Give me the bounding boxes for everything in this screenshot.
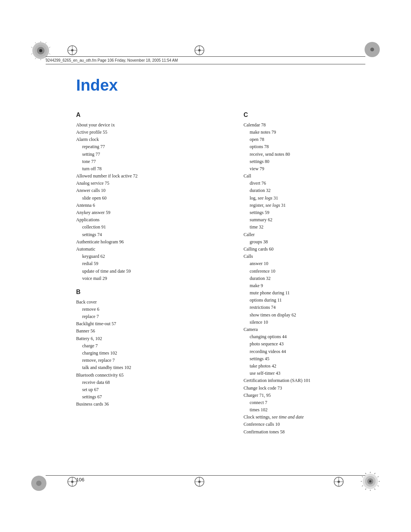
entry-caller: Caller <box>244 231 388 238</box>
svg-line-11 <box>31 53 32 54</box>
entry-remove-replace: remove, replace 7 <box>76 357 221 364</box>
crosshair-bottom-center <box>194 476 205 487</box>
entry-summary: summary 62 <box>244 216 388 224</box>
entry-alarm-clock: Alarm clock <box>76 136 221 143</box>
entry-camera: Camera <box>244 326 388 333</box>
entry-calls: Calls <box>244 253 388 260</box>
entry-authenticate: Authenticate hologram 96 <box>76 238 221 246</box>
section-letter-a: A <box>76 110 221 120</box>
crosshair-bottom-right <box>333 476 344 487</box>
entry-silence: silence 10 <box>244 319 388 326</box>
crosshair-top-center <box>194 45 205 56</box>
crosshair-top-left <box>67 45 78 56</box>
entry-update-time: update of time and date 59 <box>76 268 221 275</box>
entry-receive-send: receive, send notes 80 <box>244 151 388 158</box>
entry-anykey-answer: Anykey answer 59 <box>76 209 221 216</box>
entry-settings-cal: settings 80 <box>244 158 388 165</box>
svg-line-5 <box>45 42 46 43</box>
entry-change-lock: Change lock code 73 <box>244 385 388 392</box>
entry-answer-calls: Answer calls 10 <box>76 187 221 194</box>
page-container: 9244299_6265_en_au_oth.fm Page 106 Frida… <box>0 0 411 532</box>
entry-recording-videos: recording videos 44 <box>244 348 388 355</box>
reg-mark-bottom-left <box>31 476 46 491</box>
entry-voice-mail: voice mail 29 <box>76 275 221 282</box>
section-a: A About your device ix Active profile 55… <box>76 110 221 282</box>
svg-line-13 <box>35 42 36 43</box>
entry-redial: redial 59 <box>76 260 221 267</box>
entry-setting: setting 77 <box>76 151 221 158</box>
svg-line-12 <box>31 47 32 48</box>
content-area: Index A About your device ix Active prof… <box>76 76 388 463</box>
entry-allowed-number: Allowed number if lock active 72 <box>76 173 221 180</box>
entry-replace: replace 7 <box>76 313 221 320</box>
entry-settings-cam: settings 45 <box>244 355 388 363</box>
entry-charger: Charger 71, 95 <box>244 392 388 399</box>
entry-settings-app: settings 74 <box>76 231 221 238</box>
entry-make-notes: make notes 79 <box>244 129 388 136</box>
entry-view: view 79 <box>244 165 388 173</box>
svg-line-48 <box>362 476 363 477</box>
section-b: B Back cover remove 6 replace 7 Backligh… <box>76 288 221 408</box>
entry-active-profile: Active profile 55 <box>76 129 221 136</box>
section-letter-b: B <box>76 288 221 297</box>
entry-tone: tone 77 <box>76 158 221 165</box>
starburst-bottom-right <box>361 472 380 491</box>
svg-line-42 <box>378 486 379 486</box>
header-bar: 9244299_6265_en_au_oth.fm Page 106 Frida… <box>46 56 365 64</box>
entry-confirmation-tones: Confirmation tones 58 <box>244 428 388 436</box>
entry-changing-options: changing options 44 <box>244 333 388 340</box>
entry-slide-open: slide open 60 <box>76 195 221 202</box>
columns: A About your device ix Active profile 55… <box>76 106 388 436</box>
entry-settings-call: settings 59 <box>244 209 388 216</box>
entry-keyguard: keyguard 62 <box>76 253 221 260</box>
svg-line-49 <box>365 473 366 474</box>
entry-turn-off: turn off 78 <box>76 165 221 173</box>
entry-bluetooth: Bluetooth connectivity 65 <box>76 372 221 379</box>
svg-point-3 <box>39 49 42 52</box>
entry-settings-bt: settings 67 <box>76 393 221 401</box>
crosshair-bottom-left <box>67 476 78 487</box>
bottom-bar <box>46 475 365 476</box>
entry-restrictions: restrictions 74 <box>244 304 388 311</box>
entry-calendar: Calendar 78 <box>244 121 388 129</box>
entry-calling-cards: Calling cards 60 <box>244 246 388 253</box>
entry-photo-sequence: photo sequence 43 <box>244 340 388 348</box>
entry-set-up: set up 67 <box>76 386 221 393</box>
reg-mark-top-right <box>365 42 380 57</box>
entry-connect: connect 7 <box>244 399 388 406</box>
entry-automatic: Automatic <box>76 246 221 253</box>
entry-open: open 78 <box>244 136 388 143</box>
entry-analog-service: Analog service 75 <box>76 180 221 187</box>
entry-register: register, see logs 31 <box>244 202 388 209</box>
section-letter-c: C <box>244 110 388 120</box>
svg-line-7 <box>49 53 50 54</box>
entry-battery: Battery 6, 102 <box>76 335 221 342</box>
header-file-info: 9244299_6265_en_au_oth.fm Page 106 Frida… <box>46 58 178 62</box>
svg-line-10 <box>35 58 36 59</box>
svg-line-45 <box>365 489 366 490</box>
left-column: A About your device ix Active profile 55… <box>76 106 221 408</box>
entry-collection: collection 91 <box>76 224 221 231</box>
entry-answer-calls: answer 10 <box>244 260 388 267</box>
entry-conference-calls2: Conference calls 10 <box>244 421 388 428</box>
right-column: C Calendar 78 make notes 79 open 78 opti… <box>244 106 388 436</box>
entry-antenna: Antenna 6 <box>76 202 221 209</box>
entry-duration-call: duration 32 <box>244 187 388 194</box>
entry-back-cover: Back cover <box>76 299 221 306</box>
entry-certification: Certification information (SAR) 101 <box>244 377 388 384</box>
section-c: C Calendar 78 make notes 79 open 78 opti… <box>244 110 388 436</box>
entry-receive-data: receive data 68 <box>76 379 221 386</box>
entry-options-cal: options 78 <box>244 143 388 150</box>
svg-line-39 <box>374 473 375 474</box>
entry-applications: Applications <box>76 216 221 224</box>
entry-duration-calls: duration 32 <box>244 275 388 282</box>
entry-business-cards: Business cards 36 <box>76 401 221 408</box>
entry-remove: remove 6 <box>76 306 221 313</box>
entry-banner: Banner 56 <box>76 328 221 335</box>
entry-conference-calls: conference 10 <box>244 268 388 275</box>
entry-divert: divert 76 <box>244 180 388 187</box>
entry-charging-times: charging times 102 <box>76 350 221 357</box>
entry-take-photos: take photos 42 <box>244 363 388 370</box>
entry-about: About your device ix <box>76 121 221 129</box>
entry-show-times: show times on display 62 <box>244 312 388 319</box>
